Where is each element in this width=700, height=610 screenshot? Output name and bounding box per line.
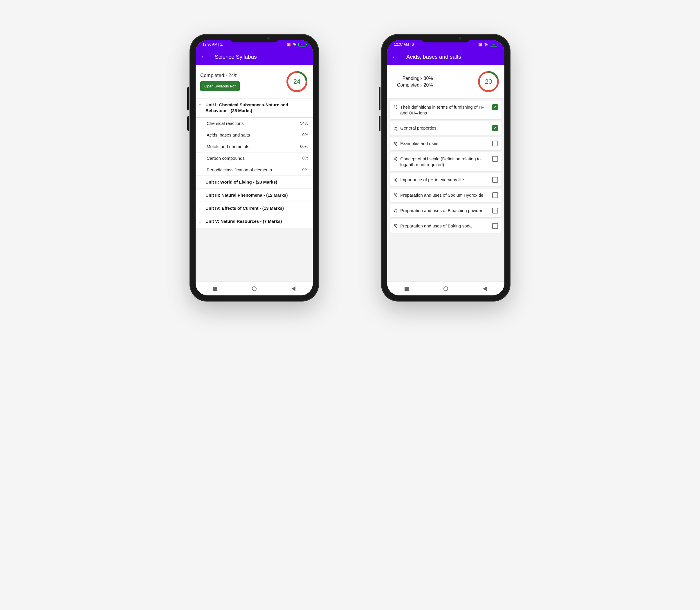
chevron-down-icon: ⌄ bbox=[199, 220, 201, 224]
topic-checkbox[interactable] bbox=[492, 208, 498, 213]
sub-pct: 0% bbox=[302, 167, 308, 172]
summary-card: Pending:- 80% Completed:- 20% 20 bbox=[387, 65, 504, 98]
unit-title: Unit V: Natural Resources - (7 Marks) bbox=[205, 219, 309, 224]
topic-card[interactable]: 5)Importance of pH in everyday life bbox=[390, 173, 501, 187]
nav-recent-button[interactable] bbox=[213, 287, 217, 291]
topic-text: Preparation and uses of Baking soda bbox=[400, 223, 489, 229]
back-button[interactable]: ← bbox=[392, 53, 398, 61]
wifi-icon: 📡 bbox=[484, 43, 488, 47]
topic-card[interactable]: 2)General properties✓ bbox=[390, 122, 501, 135]
nav-recent-button[interactable] bbox=[404, 287, 409, 291]
nav-back-button[interactable] bbox=[291, 286, 296, 291]
completed-label: Completed:- 20% bbox=[397, 82, 433, 88]
nav-back-button[interactable] bbox=[483, 286, 487, 291]
topic-card[interactable]: 8)Preparation and uses of Baking soda bbox=[390, 219, 501, 233]
phone-screen: 12:36 AM | 1. 📶 📡 57 ← Science Syllabus … bbox=[196, 40, 313, 295]
sub-name: Acids, bases and salts bbox=[207, 132, 250, 138]
unit-title: Unit III: Natural Phenomena - (12 Marks) bbox=[205, 192, 309, 198]
sub-pct: 54% bbox=[300, 121, 308, 126]
app-bar: ← Science Syllabus bbox=[196, 49, 313, 65]
topic-number: 8) bbox=[394, 223, 397, 228]
topic-card[interactable]: 3)Examples and uses bbox=[390, 137, 501, 150]
topic-text: General properties bbox=[400, 125, 489, 131]
back-button[interactable]: ← bbox=[200, 53, 207, 61]
app-bar: ← Acids, bases and salts bbox=[387, 49, 504, 65]
sub-name: Carbon compounds bbox=[207, 156, 245, 161]
pending-label: Pending:- 80% bbox=[397, 75, 433, 82]
sub-row[interactable]: Carbon compounds 0% bbox=[196, 152, 313, 164]
android-nav-bar bbox=[387, 282, 504, 295]
topic-card[interactable]: 6)Preparation and uses of Sodium Hydroxi… bbox=[390, 189, 501, 202]
phone-frame-syllabus: 12:36 AM | 1. 📶 📡 57 ← Science Syllabus … bbox=[190, 35, 318, 301]
sub-name: Metals and nonmetals bbox=[207, 144, 249, 149]
open-syllabus-button[interactable]: Open Syllabus Pdf bbox=[200, 81, 240, 91]
sub-name: Periodic classification of elements bbox=[207, 167, 272, 172]
topic-number: 4) bbox=[394, 156, 397, 161]
battery-icon: 57 bbox=[490, 43, 497, 47]
content-area[interactable]: Pending:- 80% Completed:- 20% 20 1)Their… bbox=[387, 65, 504, 282]
unit-row-4[interactable]: ⌄ Unit IV: Effects of Current - (13 Mark… bbox=[196, 202, 313, 215]
topic-checkbox[interactable] bbox=[492, 192, 498, 198]
topic-checkbox[interactable] bbox=[492, 177, 498, 183]
summary-left: Completed:- 24% Open Syllabus Pdf bbox=[200, 73, 240, 91]
topic-text: Examples and uses bbox=[400, 141, 489, 146]
topic-checkbox[interactable] bbox=[492, 156, 498, 162]
topic-text: Concept of pH scale (Definition relating… bbox=[400, 156, 489, 167]
topic-text: Preparation and uses of Bleaching powder bbox=[400, 208, 489, 213]
unit-title: Unit II: World of Living - (23 Marks) bbox=[205, 179, 309, 185]
topic-checkbox[interactable] bbox=[492, 223, 498, 229]
topic-text: Preparation and uses of Sodium Hydroxide bbox=[400, 192, 489, 198]
phone-notch bbox=[230, 35, 279, 43]
chevron-down-icon: ⌄ bbox=[199, 207, 201, 211]
progress-value: 20 bbox=[485, 78, 492, 85]
progress-ring: 24 bbox=[286, 70, 308, 93]
unit-title: Unit IV: Effects of Current - (13 Marks) bbox=[205, 205, 309, 211]
wifi-icon: 📡 bbox=[293, 43, 297, 47]
content-area[interactable]: Completed:- 24% Open Syllabus Pdf 24 ⌃ U… bbox=[196, 65, 313, 282]
topic-checkbox[interactable]: ✓ bbox=[492, 125, 498, 131]
topic-checkbox[interactable] bbox=[492, 141, 498, 146]
sub-row[interactable]: Acids, bases and salts 0% bbox=[196, 129, 313, 141]
topic-checkbox[interactable]: ✓ bbox=[492, 104, 498, 110]
status-icons-group: 📶 📡 57 bbox=[287, 43, 306, 47]
topic-number: 1) bbox=[394, 104, 397, 109]
unit-row-3[interactable]: ⌄ Unit III: Natural Phenomena - (12 Mark… bbox=[196, 189, 313, 202]
topic-number: 6) bbox=[394, 192, 397, 197]
phone-frame-topics: 12:37 AM | S 📶 📡 57 ← Acids, bases and s… bbox=[382, 35, 510, 301]
battery-icon: 57 bbox=[298, 43, 306, 47]
phone-screen: 12:37 AM | S 📶 📡 57 ← Acids, bases and s… bbox=[387, 40, 504, 295]
android-nav-bar bbox=[196, 282, 313, 295]
topic-text: Their definitions in terms of furnishing… bbox=[400, 104, 489, 116]
status-time: 12:36 AM | 1. bbox=[203, 43, 223, 47]
topic-number: 2) bbox=[394, 126, 397, 131]
topic-card[interactable]: 1)Their definitions in terms of furnishi… bbox=[390, 100, 501, 119]
chevron-down-icon: ⌄ bbox=[199, 180, 201, 184]
summary-card: Completed:- 24% Open Syllabus Pdf 24 bbox=[196, 65, 313, 98]
sub-row[interactable]: Metals and nonmetals 60% bbox=[196, 141, 313, 152]
topic-text: Importance of pH in everyday life bbox=[400, 177, 489, 183]
sub-pct: 0% bbox=[302, 156, 308, 160]
signal-icon: 📶 bbox=[478, 43, 482, 47]
topic-card[interactable]: 4)Concept of pH scale (Definition relati… bbox=[390, 152, 501, 171]
sub-pct: 0% bbox=[302, 132, 308, 137]
topic-number: 3) bbox=[394, 141, 397, 146]
progress-ring: 20 bbox=[477, 70, 500, 93]
unit-title: Unit I: Chemical Substances-Nature and B… bbox=[205, 102, 309, 114]
sub-row[interactable]: Chemical reactions 54% bbox=[196, 118, 313, 129]
topic-card[interactable]: 7)Preparation and uses of Bleaching powd… bbox=[390, 204, 501, 217]
nav-home-button[interactable] bbox=[252, 286, 256, 291]
sub-row[interactable]: Periodic classification of elements 0% bbox=[196, 164, 313, 176]
nav-home-button[interactable] bbox=[444, 286, 448, 291]
topic-number: 5) bbox=[394, 177, 397, 182]
sub-name: Chemical reactions bbox=[207, 121, 244, 126]
chevron-up-icon: ⌃ bbox=[199, 103, 201, 107]
summary-labels: Pending:- 80% Completed:- 20% bbox=[397, 75, 433, 88]
unit-row-5[interactable]: ⌄ Unit V: Natural Resources - (7 Marks) bbox=[196, 215, 313, 228]
unit-row-1[interactable]: ⌃ Unit I: Chemical Substances-Nature and… bbox=[196, 98, 313, 118]
app-title: Acids, bases and salts bbox=[406, 54, 461, 60]
app-title: Science Syllabus bbox=[215, 54, 257, 60]
sub-pct: 60% bbox=[300, 144, 308, 149]
status-time: 12:37 AM | S bbox=[394, 43, 414, 47]
status-icons-group: 📶 📡 57 bbox=[478, 43, 497, 47]
unit-row-2[interactable]: ⌄ Unit II: World of Living - (23 Marks) bbox=[196, 176, 313, 189]
